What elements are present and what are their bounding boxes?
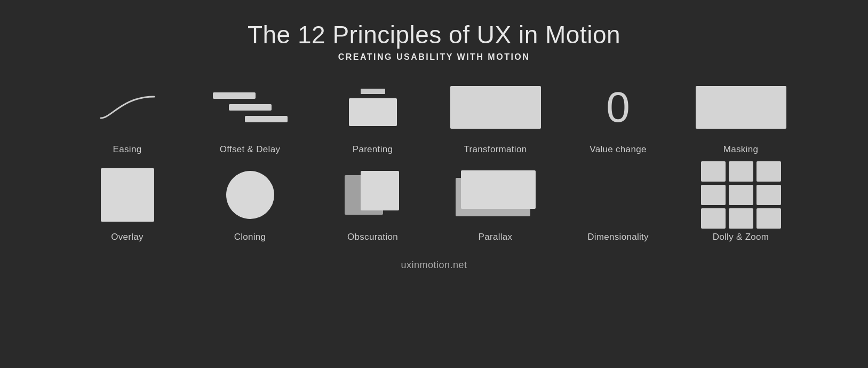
dz-cell-3 bbox=[756, 161, 781, 182]
obscuration-front-rect bbox=[361, 171, 399, 210]
easing-icon bbox=[95, 89, 160, 126]
principle-parallax: Parallax bbox=[434, 166, 557, 242]
value-change-label: Value change bbox=[590, 144, 646, 155]
parallax-visual bbox=[456, 166, 536, 224]
principles-grid: Easing Offset & Delay Parenting bbox=[0, 78, 868, 248]
dolly-zoom-label: Dolly & Zoom bbox=[713, 232, 769, 242]
transformation-label: Transformation bbox=[464, 144, 527, 155]
masking-visual bbox=[696, 78, 786, 137]
parallax-icon bbox=[456, 168, 536, 222]
principle-parenting: Parenting bbox=[312, 78, 434, 155]
dz-cell-1 bbox=[701, 161, 726, 182]
overlay-visual bbox=[101, 166, 154, 224]
parenting-small-rect bbox=[361, 89, 385, 94]
principle-transformation: Transformation bbox=[434, 78, 557, 155]
od-line-3 bbox=[245, 116, 288, 122]
easing-visual bbox=[95, 78, 160, 137]
dz-cell-4 bbox=[701, 185, 726, 205]
masking-label: Masking bbox=[723, 144, 758, 155]
dz-cell-9 bbox=[756, 208, 781, 229]
cloning-icon bbox=[226, 171, 274, 219]
page-header: The 12 Principles of UX in Motion CREATI… bbox=[248, 20, 620, 62]
row-2: Overlay Cloning Obscuration bbox=[0, 166, 868, 248]
overlay-icon bbox=[101, 168, 154, 222]
principle-dimensionality: Dimensionality bbox=[557, 166, 680, 242]
transformation-visual bbox=[450, 78, 541, 137]
dimensionality-visual bbox=[584, 166, 653, 224]
dimensionality-label: Dimensionality bbox=[587, 232, 649, 242]
masking-icon bbox=[696, 86, 786, 129]
overlay-label: Overlay bbox=[111, 232, 144, 242]
parenting-visual bbox=[349, 78, 397, 137]
principle-masking: Masking bbox=[680, 78, 802, 155]
dolly-zoom-visual bbox=[701, 166, 781, 224]
cloning-label: Cloning bbox=[234, 232, 266, 242]
od-line-1 bbox=[213, 92, 256, 99]
dz-cell-5 bbox=[729, 185, 753, 205]
parallax-front-rect bbox=[461, 170, 536, 209]
dolly-zoom-icon bbox=[701, 161, 781, 229]
obscuration-visual bbox=[345, 166, 401, 224]
parallax-label: Parallax bbox=[479, 232, 513, 242]
principle-obscuration: Obscuration bbox=[312, 166, 434, 242]
dz-cell-6 bbox=[756, 185, 781, 205]
obscuration-label: Obscuration bbox=[347, 232, 398, 242]
principle-overlay: Overlay bbox=[66, 166, 189, 242]
obscuration-icon bbox=[345, 171, 401, 219]
easing-label: Easing bbox=[113, 144, 142, 155]
parenting-icon bbox=[349, 89, 397, 126]
dz-cell-2 bbox=[729, 161, 753, 182]
offset-delay-icon bbox=[213, 92, 288, 122]
page-subtitle: CREATING USABILITY WITH MOTION bbox=[248, 52, 620, 62]
principle-dolly-zoom: Dolly & Zoom bbox=[680, 166, 802, 242]
offset-delay-visual bbox=[213, 78, 288, 137]
principle-cloning: Cloning bbox=[189, 166, 312, 242]
principle-offset-delay: Offset & Delay bbox=[189, 78, 312, 155]
transformation-icon bbox=[450, 86, 541, 129]
dz-cell-8 bbox=[729, 208, 753, 229]
footer-url: uxinmotion.net bbox=[401, 260, 467, 271]
principle-value-change: 0 Value change bbox=[557, 78, 680, 155]
parenting-label: Parenting bbox=[353, 144, 393, 155]
dz-cell-7 bbox=[701, 208, 726, 229]
dimensionality-icon bbox=[584, 171, 653, 219]
page-title: The 12 Principles of UX in Motion bbox=[248, 20, 620, 49]
row-1: Easing Offset & Delay Parenting bbox=[0, 78, 868, 160]
od-line-2 bbox=[229, 104, 272, 111]
value-change-visual: 0 bbox=[606, 78, 630, 137]
cloning-visual bbox=[226, 166, 274, 224]
parenting-large-rect bbox=[349, 98, 397, 126]
offset-delay-label: Offset & Delay bbox=[220, 144, 281, 155]
principle-easing: Easing bbox=[66, 78, 189, 155]
value-change-icon: 0 bbox=[606, 86, 630, 129]
